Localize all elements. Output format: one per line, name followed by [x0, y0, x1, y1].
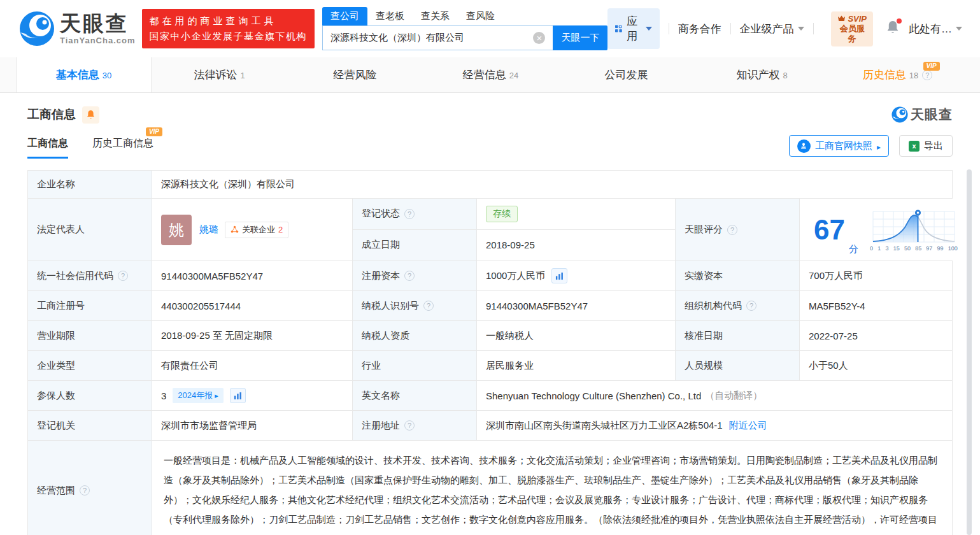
header-right-nav: 应用 商务合作 企业级产品 SVIP 会员服务: [607, 8, 962, 49]
english-name-value: Shenyuan Technology Culture (Shenzhen) C…: [477, 381, 952, 410]
search-tab-relation[interactable]: 查关系: [413, 7, 458, 25]
table-row: 企业类型 有限责任公司 行业 居民服务业 人员规模 小于50人: [28, 351, 952, 381]
biz-cooperation-link[interactable]: 商务合作: [678, 22, 721, 36]
apps-menu[interactable]: 应用: [607, 8, 660, 49]
status-badge: 存续: [486, 206, 518, 222]
logo-swirl-icon: [891, 106, 908, 123]
slogan-line2: 国家中小企业发展子基金旗下机构: [150, 29, 308, 44]
business-info-subrow: 工商信息 VIP 历史工商信息 工商官网快照 导出: [0, 124, 980, 160]
tab-operating-info[interactable]: 经营信息 24: [423, 57, 558, 92]
arrow-right-icon: [877, 141, 881, 152]
logo-swirl-icon: [19, 11, 55, 46]
help-icon[interactable]: [727, 225, 737, 235]
industry-value: 居民服务业: [477, 351, 676, 380]
taxpayer-id-value: 91440300MA5FB52Y47: [477, 291, 676, 320]
section-title: 工商信息: [27, 106, 76, 123]
tab-intellectual-property[interactable]: 知识产权 8: [694, 57, 830, 92]
help-icon[interactable]: [746, 301, 756, 311]
tianyancha-logo[interactable]: 天眼查 TianYanCha.com: [19, 11, 136, 46]
paid-capital-value: 700万人民币: [800, 261, 952, 290]
search-button[interactable]: 天眼一下: [553, 25, 607, 50]
tyc-score-value[interactable]: 67分: [800, 199, 967, 260]
export-button[interactable]: 导出: [899, 135, 953, 157]
subtab-history-business-info[interactable]: VIP 历史工商信息: [92, 137, 153, 159]
help-icon[interactable]: [404, 209, 415, 219]
help-icon[interactable]: [404, 420, 415, 431]
legal-rep-value: 姚 姚璐 关联企业 2: [152, 199, 353, 260]
approval-date-label: 核准日期: [676, 321, 800, 350]
tab-history-info[interactable]: VIP 历史信息 18: [830, 57, 965, 92]
related-companies-badge[interactable]: 关联企业 2: [225, 222, 288, 238]
top-header: 天眼查 TianYanCha.com 都在用的商业查询工具 国家中小企业发展子基…: [0, 0, 980, 57]
bell-icon: [86, 110, 96, 120]
crown-icon: [837, 15, 846, 22]
credit-code-label: 统一社会信用代码: [28, 261, 152, 290]
apps-grid-icon: [615, 24, 622, 34]
network-icon: [231, 225, 239, 234]
business-info-table: 企业名称 深源科技文化（深圳）有限公司 法定代表人 姚 姚璐 关联企业 2: [27, 170, 953, 535]
credit-code-value: 91440300MA5FB52Y47: [152, 261, 353, 290]
business-term-label: 营业期限: [28, 321, 152, 350]
subtab-business-info[interactable]: 工商信息: [27, 137, 68, 159]
enterprise-products-menu[interactable]: 企业级产品: [740, 22, 804, 36]
table-row: 法定代表人 姚 姚璐 关联企业 2 登: [28, 199, 952, 261]
tab-legal-litigation[interactable]: 法律诉讼 1: [152, 57, 287, 92]
reg-capital-label: 注册资本: [353, 261, 477, 290]
table-row: 企业名称 深源科技文化（深圳）有限公司: [28, 171, 952, 199]
help-icon[interactable]: [423, 301, 434, 311]
help-icon[interactable]: [922, 70, 932, 80]
table-row: 工商注册号 440300205517444 纳税人识别号 91440300MA5…: [28, 291, 952, 321]
table-row: 登记机关 深圳市市场监督管理局 注册地址 深圳市南山区南头街道南头城社区万力工业…: [28, 411, 952, 441]
annual-report-badge[interactable]: 2024年报: [173, 388, 223, 403]
reg-number-label: 工商注册号: [28, 291, 152, 320]
monitor-bell-button[interactable]: [82, 106, 99, 124]
business-info-header: 工商信息 天眼查: [0, 93, 980, 124]
svip-member-button[interactable]: SVIP 会员服务: [831, 11, 873, 46]
address-value: 深圳市南山区南头街道南头城社区万力工业区A2栋504-1 附近公司: [477, 411, 952, 440]
search-tab-risk[interactable]: 查风险: [458, 7, 503, 25]
slogan-banner: 都在用的商业查询工具 国家中小企业发展子基金旗下机构: [142, 9, 315, 48]
avatar[interactable]: 姚: [161, 215, 192, 245]
help-icon[interactable]: [404, 271, 415, 281]
reg-capital-value: 1000万人民币: [477, 261, 676, 290]
reg-authority-label: 登记机关: [28, 411, 152, 440]
business-scope-label: 经营范围: [28, 441, 152, 535]
legal-rep-link[interactable]: 姚璐: [199, 224, 218, 236]
vip-badge: VIP: [146, 127, 162, 136]
reg-authority-value: 深圳市市场监督管理局: [152, 411, 353, 440]
logo-domain-text: TianYanCha.com: [60, 36, 136, 45]
user-menu[interactable]: 此处有…: [909, 22, 962, 36]
apps-label: 应用: [627, 14, 641, 43]
chevron-down-icon: [798, 27, 804, 31]
reg-status-value: 存续: [477, 199, 676, 229]
establish-date-label: 成立日期: [353, 230, 477, 261]
taxpayer-id-label: 纳税人识别号: [353, 291, 477, 320]
notifications-button[interactable]: [886, 20, 900, 38]
help-icon[interactable]: [118, 271, 128, 281]
table-row: 经营范围 一般经营项目是：机械产品及人工智能领域的设计、技术开发、技术咨询、技术…: [28, 441, 952, 535]
staff-size-value: 小于50人: [800, 351, 952, 380]
address-label: 注册地址: [353, 411, 477, 440]
scrollbar[interactable]: [967, 169, 972, 535]
reg-status-label: 登记状态: [353, 199, 477, 229]
official-snapshot-button[interactable]: 工商官网快照: [789, 135, 889, 157]
search-tab-company[interactable]: 查公司: [322, 7, 367, 25]
search-tab-boss[interactable]: 查老板: [367, 7, 413, 25]
reg-number-value: 440300205517444: [152, 291, 353, 320]
tab-company-development[interactable]: 公司发展: [558, 57, 694, 92]
legal-rep-label: 法定代表人: [28, 199, 152, 260]
business-scope-value: 一般经营项目是：机械产品及人工智能领域的设计、技术开发、技术咨询、技术服务；文化…: [152, 441, 952, 535]
help-icon[interactable]: [80, 485, 90, 496]
vip-badge: VIP: [923, 62, 940, 71]
tab-basic-info[interactable]: 基本信息 30: [16, 57, 152, 92]
search-input[interactable]: [322, 25, 553, 50]
insured-chart-icon[interactable]: [230, 388, 246, 403]
tab-operating-risk[interactable]: 经营风险: [287, 57, 423, 92]
insured-count-label: 参保人数: [28, 381, 152, 410]
table-row: 参保人数 3 2024年报 英文名称 Shenyuan Technology C…: [28, 381, 952, 411]
company-type-value: 有限责任公司: [152, 351, 353, 380]
table-row: 营业期限 2018-09-25 至 无固定期限 纳税人资质 一般纳税人 核准日期…: [28, 321, 952, 351]
capital-chart-icon[interactable]: [551, 268, 567, 283]
insured-count-value: 3 2024年报: [152, 381, 353, 410]
nearby-companies-link[interactable]: 附近公司: [729, 420, 767, 432]
